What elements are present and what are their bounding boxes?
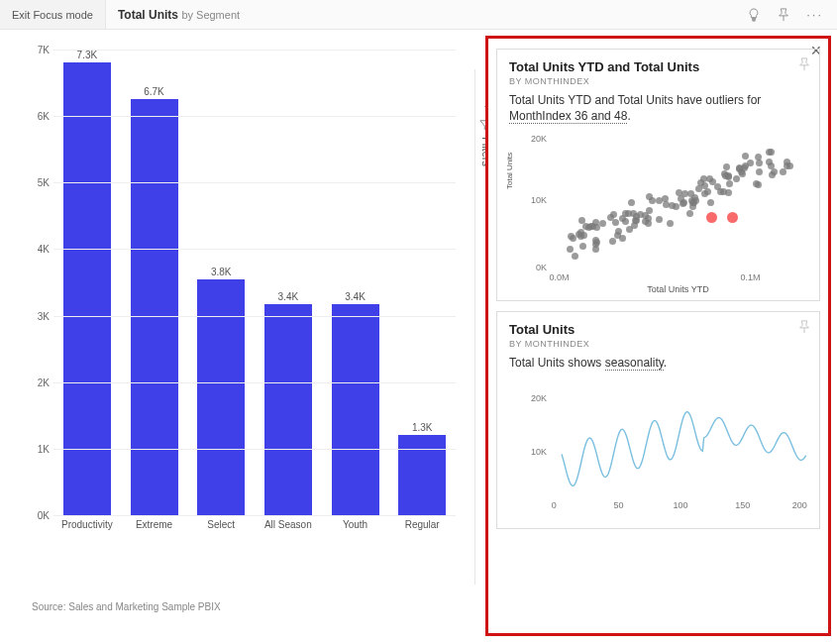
card-description: Total Units shows seasonality. — [509, 355, 807, 371]
data-point — [707, 199, 714, 206]
bar-value-label: 3.4K — [278, 291, 299, 302]
data-point — [742, 153, 749, 160]
bar-value-label: 1.3K — [412, 422, 433, 433]
gridline — [53, 449, 456, 450]
bar-chart-zone: 0K1K2K3K4K5K6K7K 7.3K6.7K3.8K3.4K3.4K1.3… — [0, 30, 485, 644]
data-point — [725, 189, 732, 196]
data-point — [780, 168, 786, 175]
data-point — [756, 160, 763, 166]
x-label: Extreme — [121, 515, 188, 545]
data-point — [742, 162, 749, 169]
top-bar: Exit Focus mode Total Units by Segment ·… — [0, 0, 837, 30]
data-point — [663, 201, 670, 208]
data-point — [609, 238, 616, 245]
insights-panel: ✕ Total Units YTD and Total Units BY MON… — [485, 36, 831, 636]
pin-icon[interactable] — [777, 8, 790, 22]
y-tick: 7K — [38, 45, 50, 55]
bar-youth[interactable]: 3.4K — [322, 50, 389, 515]
line-x-axis: 0 50 100 150 200 — [549, 500, 807, 520]
data-point — [768, 162, 775, 169]
data-point — [723, 163, 730, 170]
title-sub: by Segment — [181, 9, 240, 21]
bar-value-label: 3.8K — [211, 267, 232, 277]
insight-card-outliers: Total Units YTD and Total Units BY MONTH… — [496, 49, 820, 301]
y-tick: 5K — [38, 177, 50, 188]
data-point — [756, 168, 763, 175]
data-point — [572, 253, 578, 260]
data-point — [633, 217, 640, 224]
line-plot — [549, 381, 807, 500]
gridline — [53, 50, 456, 51]
page-title: Total Units by Segment — [106, 8, 240, 22]
card-title: Total Units — [509, 322, 807, 337]
bar-rect — [131, 99, 178, 515]
bar-productivity[interactable]: 7.3K — [53, 50, 121, 515]
data-point — [612, 219, 619, 226]
y-axis: 0K1K2K3K4K5K6K7K — [20, 50, 53, 515]
data-point — [646, 193, 653, 200]
insight-card-seasonality: Total Units BY MONTHINDEX Total Units sh… — [496, 311, 820, 528]
data-point — [681, 190, 688, 197]
data-point — [578, 217, 585, 224]
data-point — [656, 216, 663, 223]
data-point — [686, 210, 693, 217]
data-point — [725, 172, 732, 179]
data-point — [577, 233, 584, 240]
scatter-x-axis: 0.0M 0.1M Total Units YTD — [549, 272, 807, 292]
data-point — [615, 228, 622, 235]
y-tick: 1K — [38, 443, 50, 454]
gridline — [53, 249, 456, 250]
x-axis: ProductivityExtremeSelectAll SeasonYouth… — [53, 515, 456, 545]
data-point — [690, 199, 697, 206]
y-tick: 2K — [38, 376, 50, 387]
data-point — [704, 188, 711, 195]
gridline — [53, 316, 456, 317]
more-icon[interactable]: ··· — [806, 7, 823, 22]
bar-select[interactable]: 3.8K — [187, 50, 255, 515]
scatter-plot — [549, 134, 807, 272]
toolbar-right: ··· — [747, 7, 837, 22]
card-description: Total Units YTD and Total Units have out… — [509, 92, 807, 124]
gridline — [53, 382, 456, 383]
x-label: Productivity — [53, 515, 121, 545]
scatter-chart: 20K 10K 0K Total Units 0.0M 0.1M Total U… — [509, 134, 807, 292]
chart-separator — [474, 69, 475, 585]
pin-icon[interactable] — [797, 57, 811, 71]
data-point — [769, 171, 776, 178]
bars-row: 7.3K6.7K3.8K3.4K3.4K1.3K — [53, 50, 456, 515]
y-tick: 6K — [38, 111, 50, 122]
bar-all-season[interactable]: 3.4K — [255, 50, 322, 515]
title-main: Total Units — [118, 8, 178, 22]
bar-rect — [264, 304, 312, 515]
card-subtitle: BY MONTHINDEX — [509, 76, 807, 86]
bar-regular[interactable]: 1.3K — [388, 50, 456, 515]
data-point — [673, 203, 680, 210]
data-point — [786, 162, 793, 169]
pin-icon[interactable] — [797, 320, 811, 334]
data-point — [622, 218, 629, 225]
exit-focus-button[interactable]: Exit Focus mode — [0, 0, 106, 29]
x-label: Youth — [322, 515, 389, 545]
main: 0K1K2K3K4K5K6K7K 7.3K6.7K3.8K3.4K3.4K1.3… — [0, 30, 837, 644]
data-point — [628, 199, 635, 206]
card-title: Total Units YTD and Total Units — [509, 59, 807, 74]
data-point — [579, 243, 586, 250]
bar-value-label: 6.7K — [144, 86, 164, 97]
scatter-y-axis: 20K 10K 0K Total Units — [509, 134, 549, 272]
data-point — [726, 180, 733, 187]
lightbulb-icon[interactable] — [747, 8, 761, 22]
outlier-point — [706, 212, 717, 223]
source-text: Source: Sales and Marketing Sample PBIX — [32, 601, 221, 612]
y-tick: 4K — [38, 244, 50, 255]
outlier-point — [727, 212, 738, 223]
bar-extreme[interactable]: 6.7K — [121, 50, 188, 515]
bar-rect — [398, 435, 446, 515]
gridline — [53, 182, 456, 183]
x-label: Select — [187, 515, 255, 545]
data-point — [768, 149, 775, 156]
data-point — [599, 220, 606, 227]
x-label: Regular — [388, 515, 456, 545]
bar-rect — [63, 62, 111, 515]
y-tick: 0K — [38, 510, 50, 521]
data-point — [567, 246, 574, 253]
